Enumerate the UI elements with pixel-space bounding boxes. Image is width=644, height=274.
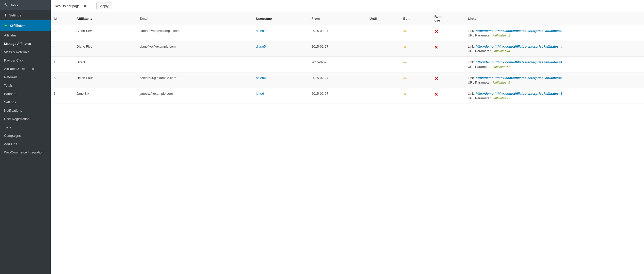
username-link[interactable]: albert7 [256, 29, 266, 33]
cell-id: 3 [51, 88, 74, 104]
cell-username: helen4 [253, 72, 308, 88]
cell-from: 2015-02-26 [309, 57, 367, 72]
cell-username: jane6 [253, 88, 308, 104]
affiliates-table: Id Affiliate ▲ Email Username From Until… [51, 12, 644, 104]
affiliate-link[interactable]: http://demo.itthinx.com/affiliates-enter… [476, 29, 562, 33]
sidebar-item-affiliates-referrals[interactable]: Affiliates & Referrals [0, 65, 51, 73]
sidebar-item-totals[interactable]: Totals [0, 81, 51, 90]
cell-affiliate: Direct [74, 57, 137, 72]
cell-edit: ✏ [400, 57, 432, 72]
main-content: Results per page Apply Id Affiliate ▲ Em… [51, 0, 644, 274]
cell-links: Link: http://demo.itthinx.com/affiliates… [465, 25, 644, 41]
link-label: Link: [468, 29, 476, 33]
cell-affiliate: Albert Seven [74, 25, 137, 41]
wrench-icon: 🔧 [4, 3, 8, 7]
sidebar-item-woocommerce-integration[interactable]: WooCommerce Integration [0, 148, 51, 156]
edit-icon[interactable]: ✏ [403, 29, 407, 33]
cell-links: Link: http://demo.itthinx.com/affiliates… [465, 72, 644, 88]
sidebar-active-label: Affiliates [9, 24, 25, 28]
cell-email: janesix@example.com [136, 88, 253, 104]
edit-icon[interactable]: ✏ [403, 61, 407, 65]
sidebar-tools-label: Tools [10, 3, 18, 7]
affiliates-icon: ✦ [4, 23, 7, 28]
sidebar-item-referrals[interactable]: Referrals [0, 73, 51, 81]
link-line: Link: http://demo.itthinx.com/affiliates… [468, 60, 641, 64]
cell-username: albert7 [253, 25, 308, 41]
cell-from: 2015-02-27 [309, 25, 367, 41]
username-link[interactable]: diane5 [256, 45, 266, 48]
cell-id: 5 [51, 72, 74, 88]
col-remove: Remove [431, 12, 465, 25]
remove-icon[interactable]: ✕ [434, 76, 438, 81]
apply-button[interactable]: Apply [96, 3, 112, 9]
link-label: Link: [468, 92, 476, 95]
cell-remove: ✕ [431, 41, 465, 57]
cell-affiliate: Helen Four [74, 72, 137, 88]
results-per-page-input[interactable] [82, 3, 94, 9]
link-line: Link: http://demo.itthinx.com/affiliates… [468, 29, 641, 33]
cell-username: diane5 [253, 41, 308, 57]
sidebar-item-campaigns[interactable]: Campaigns [0, 131, 51, 140]
sidebar-item-user-registration[interactable]: User Registration [0, 115, 51, 123]
cell-remove: ✕ [431, 88, 465, 104]
username-link[interactable]: helen4 [256, 76, 266, 80]
sidebar-item-settings[interactable]: Settings [0, 98, 51, 106]
username-link[interactable]: jane6 [256, 92, 264, 95]
col-affiliate[interactable]: Affiliate ▲ [74, 12, 137, 25]
sidebar-item-settings-top[interactable]: ⬆ Settings [0, 10, 51, 20]
cell-edit: ✏ [400, 72, 432, 88]
cell-links: Link: http://demo.itthinx.com/affiliates… [465, 57, 644, 72]
cell-remove: ✕ [431, 25, 465, 41]
sidebar-item-banners[interactable]: Banners [0, 90, 51, 98]
affiliate-link[interactable]: http://demo.itthinx.com/affiliates-enter… [476, 45, 562, 48]
sort-arrow-affiliate: ▲ [90, 17, 93, 20]
affiliate-link[interactable]: http://demo.itthinx.com/affiliates-enter… [476, 60, 562, 64]
url-param-value: ?affiliates=3 [492, 96, 510, 100]
cell-until [366, 88, 400, 104]
sidebar-item-pay-per-click[interactable]: Pay per Click [0, 56, 51, 65]
cell-affiliate: Jane Six [74, 88, 137, 104]
sidebar: 🔧 Tools ⬆ Settings ✦ Affiliates Affiliat… [0, 0, 51, 274]
cell-edit: ✏ [400, 88, 432, 104]
remove-icon[interactable]: ✕ [434, 92, 438, 97]
link-line: Link: http://demo.itthinx.com/affiliates… [468, 76, 641, 80]
url-param-line: URL Parameter: ?affiliates=3 [468, 96, 641, 100]
cell-id: 4 [51, 41, 74, 57]
sidebar-item-manage-affiliates[interactable]: Manage Affiliates [0, 40, 51, 48]
col-from: From [309, 12, 367, 25]
sidebar-item-notifications[interactable]: Notifications [0, 106, 51, 115]
cell-remove: ✕ [431, 72, 465, 88]
table-row: 3Jane Sixjanesix@example.comjane62015-02… [51, 88, 644, 104]
link-label: Link: [468, 60, 476, 64]
sidebar-active-section[interactable]: ✦ Affiliates [0, 20, 51, 31]
remove-icon[interactable]: ✕ [434, 45, 438, 50]
sidebar-item-tiers[interactable]: Tiers [0, 123, 51, 131]
link-label: Link: [468, 76, 476, 80]
edit-icon[interactable]: ✏ [403, 45, 407, 49]
cell-email: dianefive@example.com [136, 41, 253, 57]
results-per-page-label: Results per page [55, 4, 80, 8]
table-header-row: Id Affiliate ▲ Email Username From Until… [51, 12, 644, 25]
sidebar-item-tools[interactable]: 🔧 Tools [0, 0, 51, 10]
cell-from: 2015-02-27 [309, 88, 367, 104]
sidebar-item-visits-referrals[interactable]: Visits & Referrals [0, 48, 51, 56]
cell-remove [431, 57, 465, 72]
cell-from: 2015-02-27 [309, 41, 367, 57]
col-edit: Edit [400, 12, 432, 25]
edit-icon[interactable]: ✏ [403, 92, 407, 96]
table-row: 4Diane Fivedianefive@example.comdiane520… [51, 41, 644, 57]
url-param-line: URL Parameter: ?affiliates=1 [468, 65, 641, 69]
affiliate-link[interactable]: http://demo.itthinx.com/affiliates-enter… [476, 92, 562, 95]
cell-edit: ✏ [400, 41, 432, 57]
remove-icon[interactable]: ✕ [434, 29, 438, 34]
sidebar-item-add-ons[interactable]: Add-Ons [0, 140, 51, 148]
table-row: 2Albert Sevenalbertseven@example.comalbe… [51, 25, 644, 41]
table-row: 1Direct2015-02-26✏Link: http://demo.itth… [51, 57, 644, 72]
link-label: Link: [468, 45, 476, 48]
link-line: Link: http://demo.itthinx.com/affiliates… [468, 92, 641, 95]
edit-icon[interactable]: ✏ [403, 76, 407, 81]
affiliate-link[interactable]: http://demo.itthinx.com/affiliates-enter… [476, 76, 562, 80]
cell-links: Link: http://demo.itthinx.com/affiliates… [465, 88, 644, 104]
col-id: Id [51, 12, 74, 25]
sidebar-item-affiliates[interactable]: Affiliates [0, 31, 51, 40]
